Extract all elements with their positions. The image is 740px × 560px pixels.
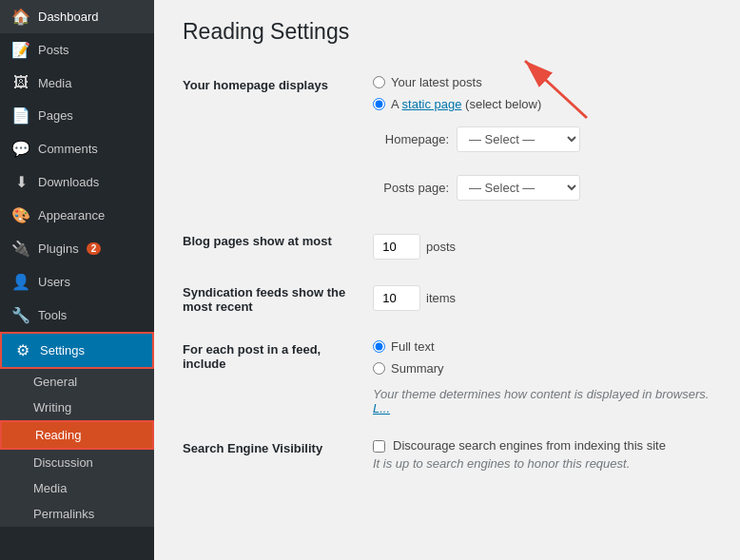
homepage-select[interactable]: — Select — [457,126,580,152]
discourage-label: Discourage search engines from indexing … [393,438,666,453]
settings-form: Your homepage displays [183,64,711,482]
sidebar-label-appearance: Appearance [38,208,105,222]
posts-page-select[interactable]: — Select — [457,175,580,201]
sidebar-item-downloads[interactable]: ⬇ Downloads [0,165,154,199]
main-content: Reading Settings Your homepage displays [154,0,740,560]
settings-icon: ⚙ [13,341,32,359]
feed-label: For each post in a feed, include [183,342,321,371]
radio-static-page-row: A static page (select below) [373,97,711,111]
radio-full-text-row: Full text [373,339,711,354]
sidebar-item-tools[interactable]: 🔧 Tools [0,299,154,332]
pages-icon: 📄 [11,106,30,125]
submenu-writing-label: Writing [33,400,71,415]
media-icon: 🖼 [11,74,30,91]
plugins-badge: 2 [87,242,102,255]
posts-icon: 📝 [11,41,30,59]
posts-page-select-row: Posts page: — Select — [373,175,711,201]
radio-full-text[interactable] [373,340,385,353]
radio-static-page[interactable] [373,98,385,110]
dashboard-icon: 🏠 [11,8,30,26]
homepage-row: Your homepage displays [183,64,711,220]
sidebar-item-media[interactable]: 🖼 Media [0,67,154,99]
tools-icon: 🔧 [11,306,30,324]
sidebar-item-users[interactable]: 👤 Users [0,265,154,299]
radio-summary[interactable] [373,362,385,375]
blog-pages-suffix: posts [426,240,456,254]
sidebar-item-posts[interactable]: 📝 Posts [0,33,154,67]
settings-submenu: General Writing Reading Discussion Media… [0,369,154,527]
sidebar-item-comments[interactable]: 💬 Comments [0,132,154,165]
radio-summary-row: Summary [373,361,711,376]
radio-latest-posts-row: Your latest posts [373,75,711,89]
posts-page-label: Posts page: [373,181,449,195]
sidebar-item-dashboard[interactable]: 🏠 Dashboard [0,0,154,33]
feed-row: For each post in a feed, include Full te… [183,328,711,427]
submenu-reading-label: Reading [35,428,81,442]
radio-static-page-label: A static page (select below) [391,97,541,111]
sidebar-item-appearance[interactable]: 🎨 Appearance [0,199,154,232]
downloads-icon: ⬇ [11,173,30,191]
blog-pages-label: Blog pages show at most [183,234,332,248]
submenu-media[interactable]: Media [0,475,154,501]
homepage-select-row: Homepage: — Select — [373,126,711,152]
theme-description: Your theme determines how content is dis… [373,387,711,415]
visibility-row: Search Engine Visibility Discourage sear… [183,427,711,482]
users-icon: 👤 [11,273,30,291]
plugins-icon: 🔌 [11,240,30,258]
sidebar-label-plugins: Plugins [38,241,79,256]
sidebar-label-tools: Tools [38,308,67,322]
sidebar-label-comments: Comments [38,142,98,156]
blog-pages-input[interactable]: 10 [373,234,420,260]
submenu-reading[interactable]: Reading [0,420,154,450]
sidebar-item-pages[interactable]: 📄 Pages [0,99,154,132]
discourage-checkbox[interactable] [373,440,385,453]
appearance-icon: 🎨 [11,206,30,224]
sidebar-item-plugins[interactable]: 🔌 Plugins 2 [0,232,154,265]
radio-full-text-label: Full text [391,339,435,354]
page-title: Reading Settings [183,19,711,45]
radio-latest-posts[interactable] [373,76,385,88]
homepage-select-label: Homepage: [373,132,449,146]
syndication-suffix: items [426,291,456,305]
feed-options: Full text Summary Your theme determines … [373,339,711,415]
sidebar-label-media: Media [38,76,71,90]
submenu-media-label: Media [33,481,67,495]
sidebar-label-downloads: Downloads [38,175,99,189]
syndication-row: Syndication feeds show the most recent 1… [183,271,711,328]
sidebar-item-settings[interactable]: ⚙ Settings [0,332,154,369]
sidebar-label-settings: Settings [40,343,85,357]
sidebar: 🏠 Dashboard 📝 Posts 🖼 Media 📄 Pages 💬 Co… [0,0,154,560]
radio-summary-label: Summary [391,361,444,376]
sidebar-label-dashboard: Dashboard [38,10,99,24]
visibility-label: Search Engine Visibility [183,441,322,455]
submenu-discussion-label: Discussion [33,455,93,470]
submenu-writing[interactable]: Writing [0,395,154,420]
theme-description-link[interactable]: L... [373,401,390,415]
submenu-general-label: General [33,375,77,389]
homepage-options: Your latest posts A static page (select … [373,75,711,208]
syndication-label: Syndication feeds show the most recent [183,285,345,314]
homepage-label: Your homepage displays [183,78,328,92]
submenu-permalinks[interactable]: Permalinks [0,501,154,527]
comments-icon: 💬 [11,140,30,158]
discourage-checkbox-row: Discourage search engines from indexing … [373,438,711,453]
static-page-link[interactable]: static page [402,97,462,111]
honor-text: It is up to search engines to honor this… [373,456,711,471]
sidebar-label-users: Users [38,275,70,289]
submenu-permalinks-label: Permalinks [33,507,94,521]
sidebar-label-pages: Pages [38,108,73,123]
radio-latest-posts-label: Your latest posts [391,75,482,89]
sidebar-label-posts: Posts [38,43,69,57]
submenu-discussion[interactable]: Discussion [0,450,154,475]
syndication-input[interactable]: 10 [373,285,420,311]
submenu-general[interactable]: General [0,369,154,395]
blog-pages-row: Blog pages show at most 10 posts [183,220,711,271]
